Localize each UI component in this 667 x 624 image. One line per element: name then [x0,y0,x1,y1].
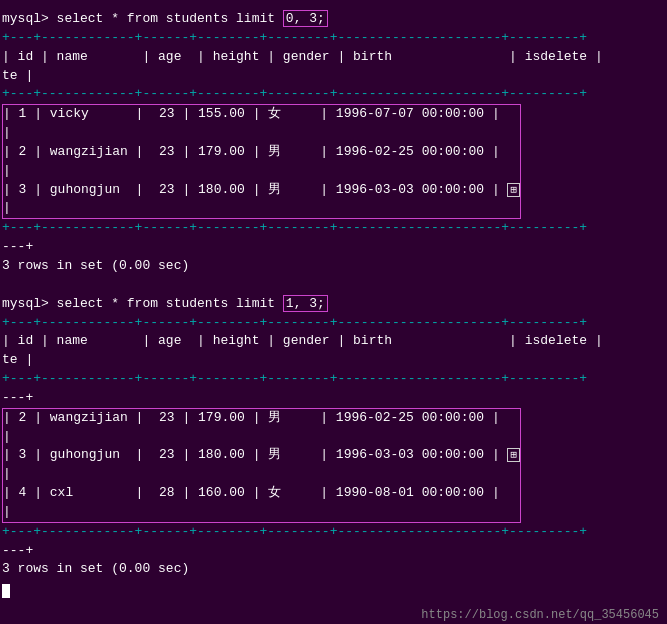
q2-row2: | 2 | wangzijian | 23 | 179.00 | 男 | 199… [3,409,520,428]
q2-row2b: | [3,428,520,447]
q1-row1: | 1 | vicky | 23 | 155.00 | 女 | 1996-07-… [3,105,520,124]
q1-row3: | 3 | guhongjun | 23 | 180.00 | 男 | 1996… [3,181,520,200]
q1-suffix: ---+ [2,238,665,257]
q1-row2b: | [3,162,520,181]
q2-divider-bot: +---+------------+------+--------+------… [2,523,665,542]
prompt2: mysql> [2,296,57,311]
q1-divider-bot: +---+------------+------+--------+------… [2,219,665,238]
q2-divider-top: +---+------------+------+--------+------… [2,314,665,333]
sql1-pre: select * from students limit [57,11,283,26]
q1-header: | id | name | age | height | gender | bi… [2,48,665,67]
q2-divider-mid: +---+------------+------+--------+------… [2,370,665,389]
q2-suffix-top: ---+ [2,389,665,408]
q1-result: 3 rows in set (0.00 sec) [2,257,665,276]
sql2-highlight: 1, 3; [283,295,328,312]
q1-divider-mid: +---+------------+------+--------+------… [2,85,665,104]
q2-suffix: ---+ [2,542,665,561]
cursor-line [2,579,665,598]
blank1 [2,276,665,295]
watermark: https://blog.csdn.net/qq_35456045 [421,608,659,622]
q2-row4: | 4 | cxl | 28 | 160.00 | 女 | 1990-08-01… [3,484,520,503]
sql2-pre: select * from students limit [57,296,283,311]
q2-row4b: | [3,503,520,522]
q1-header2: te | [2,67,665,86]
terminal: mysql> select * from students limit 0, 3… [0,6,667,624]
q2-row3b: | [3,465,520,484]
query2-prompt-line: mysql> select * from students limit 1, 3… [2,295,665,314]
q1-row2: | 2 | wangzijian | 23 | 179.00 | 男 | 199… [3,143,520,162]
sql1-highlight: 0, 3; [283,10,328,27]
query1-prompt-line: mysql> select * from students limit 0, 3… [2,10,665,29]
q2-header: | id | name | age | height | gender | bi… [2,332,665,351]
q1-row3b: | [3,199,520,218]
q1-row1b: | [3,124,520,143]
q2-row3: | 3 | guhongjun | 23 | 180.00 | 男 | 1996… [3,446,520,465]
prompt1: mysql> [2,11,57,26]
q2-header2: te | [2,351,665,370]
q2-result: 3 rows in set (0.00 sec) [2,560,665,579]
q1-divider-top: +---+------------+------+--------+------… [2,29,665,48]
